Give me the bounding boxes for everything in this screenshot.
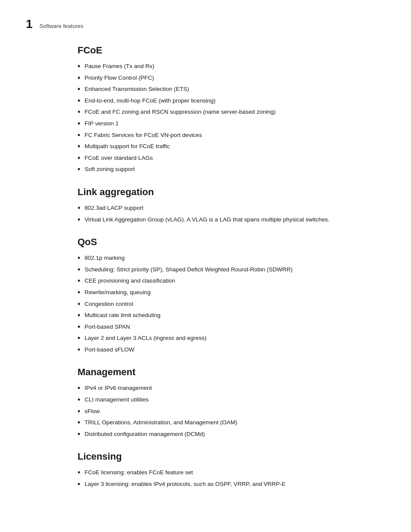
list-item-text: FCoE over standard LAGs [84,154,153,162]
list-item-text: Virtual Link Aggregation Group (vLAG). A… [84,215,330,224]
section-title-licensing: Licensing [78,451,359,462]
list-item-text: End-to-end, multi-hop FCoE (with proper … [84,96,215,105]
list-item: sFlow [78,407,359,417]
list-item-text: TRILL Operations, Administration, and Ma… [84,418,237,427]
section-qos: QoS802.1p markingScheduling: Strict prio… [78,236,359,355]
list-item: Congestion control [78,300,359,309]
list-item-text: FCoE and FC zoning and RSCN suppression … [84,108,275,116]
section-link-aggregation: Link aggregation802.3ad LACP supportVirt… [78,187,359,224]
list-item-text: Layer 3 licensing: enables IPv4 protocol… [84,480,285,488]
list-item: Multicast rate limit scheduling [78,311,359,320]
list-item-text: 802.3ad LACP support [84,204,143,212]
list-item: Pause Frames (Tx and Rx) [78,62,359,72]
list-item: Port-based sFLOW [78,345,359,355]
section-title-qos: QoS [78,236,359,248]
list-item: 802.1p marking [78,254,359,263]
list-item: Layer 2 and Layer 3 ACLs (ingress and eg… [78,334,359,343]
list-item: FCoE licensing: enables FCoE feature set [78,468,359,478]
list-item: CEE provisioning and classification [78,277,359,286]
page: 1 Software features FCoEPause Frames (Tx… [0,0,411,519]
list-item: FIP version 1 [78,119,359,129]
list-item-text: Enhanced Transmission Selection (ETS) [84,85,189,93]
list-item-text: 802.1p marking [84,254,125,262]
section-licensing: LicensingFCoE licensing: enables FCoE fe… [78,451,359,489]
list-item-text: Layer 2 and Layer 3 ACLs (ingress and eg… [84,334,206,342]
list-item: Port-based SPAN [78,323,359,332]
chapter-number: 1 [26,17,33,31]
list-item: Priority Flow Control (PFC) [78,74,359,83]
section-title-management: Management [78,367,359,378]
list-item-text: Distributed configuration management (DC… [84,430,205,439]
list-item: FCoE over standard LAGs [78,154,359,163]
list-item-text: Rewrite/marking, queuing [84,288,150,297]
section-title-link-aggregation: Link aggregation [78,187,359,198]
list-item: End-to-end, multi-hop FCoE (with proper … [78,96,359,106]
list-item-text: FC Fabric Services for FCoE VN-port devi… [84,131,202,140]
list-item-text: Port-based SPAN [84,323,130,331]
list-item: Enhanced Transmission Selection (ETS) [78,85,359,94]
feature-list-management: IPv4 or IPv6 managementCLI management ut… [78,384,359,439]
list-item: TRILL Operations, Administration, and Ma… [78,418,359,428]
feature-list-link-aggregation: 802.3ad LACP supportVirtual Link Aggrega… [78,204,359,224]
list-item: 802.3ad LACP support [78,204,359,213]
list-item: CLI management utilities [78,395,359,405]
list-item-text: Scheduling: Strict priority (SP), Shaped… [84,265,293,274]
list-item: FCoE and FC zoning and RSCN suppression … [78,108,359,117]
list-item: FC Fabric Services for FCoE VN-port devi… [78,131,359,140]
list-item-text: CEE provisioning and classification [84,277,175,285]
feature-list-qos: 802.1p markingScheduling: Strict priorit… [78,254,359,355]
feature-list-fcoe: Pause Frames (Tx and Rx)Priority Flow Co… [78,62,359,174]
list-item: Soft zoning support [78,165,359,174]
list-item-text: sFlow [84,407,100,416]
list-item: Multipath support for FCoE traffic [78,142,359,152]
list-item: Distributed configuration management (DC… [78,430,359,439]
section-fcoe: FCoEPause Frames (Tx and Rx)Priority Flo… [78,45,359,174]
list-item-text: Soft zoning support [84,165,134,174]
list-item-text: FCoE licensing: enables FCoE feature set [84,468,193,477]
list-item-text: FIP version 1 [84,119,118,128]
list-item: Scheduling: Strict priority (SP), Shaped… [78,265,359,275]
list-item: Virtual Link Aggregation Group (vLAG). A… [78,215,359,225]
list-item: Layer 3 licensing: enables IPv4 protocol… [78,480,359,489]
section-management: ManagementIPv4 or IPv6 managementCLI man… [78,367,359,439]
feature-list-licensing: FCoE licensing: enables FCoE feature set… [78,468,359,489]
list-item: IPv4 or IPv6 management [78,384,359,393]
list-item-text: Priority Flow Control (PFC) [84,74,154,82]
section-title-fcoe: FCoE [78,45,359,56]
list-item-text: Multipath support for FCoE traffic [84,142,170,151]
list-item-text: IPv4 or IPv6 management [84,384,152,392]
page-header: 1 Software features [26,17,385,31]
list-item-text: Pause Frames (Tx and Rx) [84,62,154,71]
list-item-text: Port-based sFLOW [84,345,134,354]
page-content: FCoEPause Frames (Tx and Rx)Priority Flo… [26,45,385,489]
chapter-title: Software features [40,23,84,29]
list-item: Rewrite/marking, queuing [78,288,359,298]
list-item-text: Multicast rate limit scheduling [84,311,160,320]
list-item-text: Congestion control [84,300,133,308]
list-item-text: CLI management utilities [84,395,149,404]
